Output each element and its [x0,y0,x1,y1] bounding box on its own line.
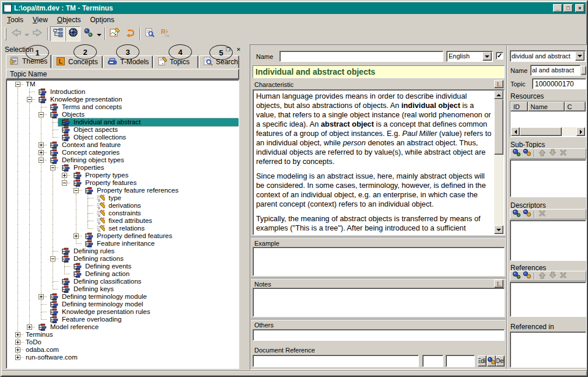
others-input[interactable] [253,329,505,341]
tree-item-label[interactable]: Introduction [48,88,87,96]
tree-item[interactable]: Property feature references [12,187,239,194]
tree-item-label[interactable]: Model reference [48,323,100,331]
tree-item[interactable]: Introduction [12,88,239,96]
notes-textarea[interactable] [253,288,505,317]
resources-column-c[interactable]: C [565,102,586,111]
language-combobox[interactable]: English [446,51,493,62]
app-icon[interactable] [4,4,12,12]
link-reference-button[interactable] [522,272,531,280]
add-subtopic-button[interactable] [512,149,521,158]
resources-hscrollbar[interactable] [511,127,585,136]
delete-button[interactable] [558,272,568,280]
tree-item-label[interactable]: Concept categories [60,149,121,156]
rp-name-input[interactable]: al and abstract [530,65,580,76]
tree-item[interactable]: Defining keys [12,285,239,293]
scroll-right-button[interactable] [576,127,585,136]
tree-item[interactable]: Context and feature [12,141,239,149]
link-subtopic-button[interactable] [522,149,531,158]
tree-item[interactable]: Objects [12,111,239,118]
add-descriptor-button[interactable] [512,210,521,218]
expand-box[interactable] [38,112,44,117]
back-dropdown[interactable] [23,26,30,41]
tree-item-label[interactable]: set relations [106,225,146,232]
expand-box[interactable] [74,233,79,239]
tree-item-label[interactable]: Property defined features [94,232,174,240]
delete-button[interactable] [558,149,568,158]
references-button[interactable]: R [158,26,173,41]
tree-item[interactable]: Terms and concepts [12,103,239,111]
tree-item-label[interactable]: odaba.com [23,346,61,354]
splitter[interactable] [251,236,506,239]
expand-box[interactable] [38,158,44,163]
tree-item[interactable]: Feature inheritance [12,240,239,247]
references-list[interactable] [510,282,586,317]
tree-item[interactable]: Knowledge presentation [12,96,239,103]
expand-box[interactable] [27,97,32,102]
expand-box[interactable] [62,180,67,186]
characteristic-textarea[interactable]: Human language provides means in order t… [253,89,505,235]
tree-item[interactable]: Defining action [12,270,239,278]
expand-box[interactable] [74,188,79,193]
document-reference-input[interactable] [253,355,419,367]
docref-edit-button[interactable]: Edit [478,355,487,366]
splitter[interactable] [251,318,506,320]
example-textarea[interactable] [253,247,505,276]
tree-item[interactable]: odaba.com [12,346,239,354]
topic-name-column-header[interactable]: Topic Name [6,69,239,79]
expand-box[interactable] [15,332,20,337]
tree-item[interactable]: Individual and abstract [12,118,239,126]
tree-item[interactable]: Property features [12,179,239,187]
objects-dropdown[interactable] [96,26,103,41]
tree-item[interactable]: Property defined features [12,232,239,240]
splitter[interactable] [251,277,506,280]
tree-item-label[interactable]: constraints [106,210,143,217]
move-up-button[interactable] [537,149,547,158]
language-dropdown-button[interactable] [482,52,492,61]
tree-item-label[interactable]: Objects [60,111,86,118]
tree-item[interactable]: Property types [12,172,239,179]
tree-item[interactable]: Concept categories [12,149,239,156]
objects-button[interactable] [80,26,96,41]
tree-item-label[interactable]: Defining terminology model [60,301,145,308]
menu-view[interactable]: View [28,15,52,25]
tree-item-label[interactable]: Object aspects [71,126,120,134]
expand-box[interactable] [15,82,20,87]
add-reference-button[interactable] [512,272,521,280]
tree-item-label[interactable]: Property types [83,172,130,179]
language-checkbox[interactable]: ✓ [496,52,503,60]
toolbar-grip[interactable] [5,27,6,40]
tree-item-label[interactable]: Defining ractions [71,255,125,263]
forward-button[interactable] [30,26,46,41]
edit-button[interactable] [107,26,123,41]
topic-combobox[interactable]: dividual and abstract [510,50,586,62]
tree-item-label[interactable]: Feature inheritance [94,240,156,247]
descriptors-list[interactable] [510,220,586,261]
expand-box[interactable] [15,347,20,352]
tree-item[interactable]: Defining events [12,263,239,270]
tree-item[interactable]: Knowledge presentation rules [12,308,239,316]
tree-item[interactable]: Defining terminology model [12,301,239,308]
title-bar[interactable]: L:\opa\tm.dev : TM - Terminus _ □ × [2,2,586,14]
tree-item-label[interactable]: Feature overloading [60,316,123,323]
minimize-button[interactable]: _ [553,4,562,12]
notes-language-button[interactable]: L [494,280,503,288]
expand-box[interactable] [38,294,44,299]
tree-item[interactable]: Properties [12,164,239,172]
report-button[interactable] [142,26,158,41]
topic-dropdown-button[interactable] [575,51,584,61]
expand-box[interactable] [38,150,44,155]
expand-box[interactable] [15,355,20,360]
expand-box[interactable] [62,173,67,178]
tree-item[interactable]: Defining ractions [12,255,239,263]
tree-item-label[interactable]: ToDo [23,338,43,346]
tree-item[interactable]: run-software.com [12,354,239,361]
docref-link-button[interactable] [487,355,496,366]
tree-view-button[interactable] [50,26,65,41]
rp-topic-input[interactable]: 1000000170 [532,78,586,89]
globe-view-button[interactable] [65,26,80,41]
tree-item-label[interactable]: run-software.com [23,354,79,361]
move-down-button[interactable] [548,272,557,280]
tree-item-label[interactable]: type [106,194,123,202]
tree-item[interactable]: derivations [12,202,239,210]
tree-item[interactable]: Defining classifications [12,278,239,285]
